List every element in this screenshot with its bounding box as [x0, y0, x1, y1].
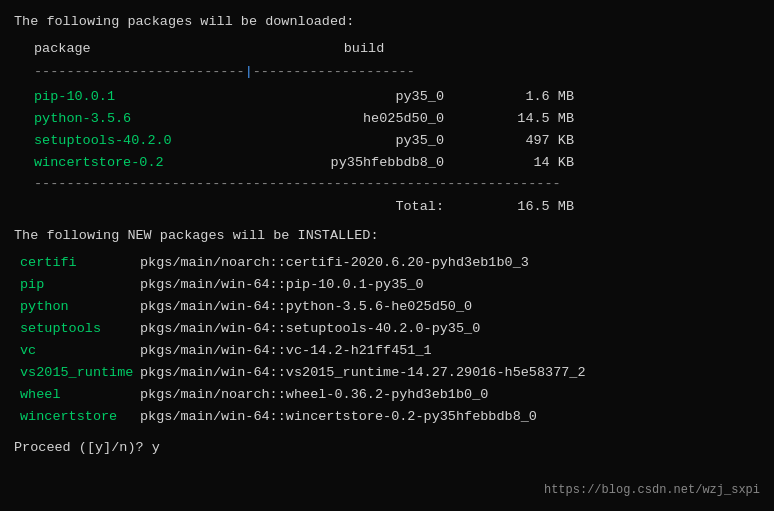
inst-pkg-path: pkgs/main/noarch::certifi-2020.6.20-pyhd… — [140, 253, 760, 274]
watermark: https://blog.csdn.net/wzj_sxpi — [544, 483, 760, 497]
inst-pkg-name: pip — [20, 275, 140, 296]
pkg-size: 1.6 MB — [474, 87, 574, 108]
inst-pkg-name: python — [20, 297, 140, 318]
list-item: setuptools pkgs/main/win-64::setuptools-… — [20, 319, 760, 340]
table-row: pip-10.0.1 py35_0 1.6 MB — [34, 87, 760, 108]
divider-bottom: ----------------------------------------… — [34, 174, 760, 195]
inst-pkg-name: vs2015_runtime — [20, 363, 140, 384]
table-row: python-3.5.6 he025d50_0 14.5 MB — [34, 109, 760, 130]
total-label: Total: — [34, 197, 474, 218]
dashes-bottom: ----------------------------------------… — [34, 174, 561, 195]
installed-table: certifi pkgs/main/noarch::certifi-2020.6… — [20, 253, 760, 427]
inst-pkg-name: setuptools — [20, 319, 140, 340]
download-header: The following packages will be downloade… — [14, 12, 760, 33]
list-item: python pkgs/main/win-64::python-3.5.6-he… — [20, 297, 760, 318]
download-table: package build --------------------------… — [34, 39, 760, 218]
proceed-answer: y — [152, 440, 160, 455]
table-header: package build — [34, 39, 760, 60]
pkg-build: py35_0 — [254, 87, 474, 108]
installed-header: The following NEW packages will be INSTA… — [14, 226, 760, 247]
terminal-content: The following packages will be downloade… — [14, 12, 760, 459]
pkg-name: python-3.5.6 — [34, 109, 254, 130]
proceed-prompt: Proceed ([y]/n)? — [14, 440, 144, 455]
dashes-left: -------------------------- — [34, 62, 245, 83]
inst-pkg-path: pkgs/main/win-64::wincertstore-0.2-py35h… — [140, 407, 760, 428]
inst-pkg-path: pkgs/main/win-64::pip-10.0.1-py35_0 — [140, 275, 760, 296]
divider-header: -------------------------- | -----------… — [34, 62, 760, 83]
inst-pkg-path: pkgs/main/win-64::python-3.5.6-he025d50_… — [140, 297, 760, 318]
proceed-line: Proceed ([y]/n)? y — [14, 438, 760, 459]
inst-pkg-path: pkgs/main/win-64::vc-14.2-h21ff451_1 — [140, 341, 760, 362]
inst-pkg-path: pkgs/main/win-64::setuptools-40.2.0-py35… — [140, 319, 760, 340]
pkg-size: 497 KB — [474, 131, 574, 152]
inst-pkg-name: wheel — [20, 385, 140, 406]
total-size: 16.5 MB — [474, 197, 574, 218]
col-build-header: build — [254, 39, 474, 60]
list-item: vc pkgs/main/win-64::vc-14.2-h21ff451_1 — [20, 341, 760, 362]
package-rows: pip-10.0.1 py35_0 1.6 MB python-3.5.6 he… — [34, 87, 760, 174]
list-item: certifi pkgs/main/noarch::certifi-2020.6… — [20, 253, 760, 274]
total-row: Total: 16.5 MB — [34, 197, 760, 218]
dashes-right: -------------------- — [253, 62, 415, 83]
inst-pkg-path: pkgs/main/win-64::vs2015_runtime-14.27.2… — [140, 363, 760, 384]
list-item: wheel pkgs/main/noarch::wheel-0.36.2-pyh… — [20, 385, 760, 406]
inst-pkg-name: certifi — [20, 253, 140, 274]
pkg-build: py35_0 — [254, 131, 474, 152]
list-item: vs2015_runtime pkgs/main/win-64::vs2015_… — [20, 363, 760, 384]
table-row: setuptools-40.2.0 py35_0 497 KB — [34, 131, 760, 152]
inst-pkg-name: wincertstore — [20, 407, 140, 428]
inst-pkg-path: pkgs/main/noarch::wheel-0.36.2-pyhd3eb1b… — [140, 385, 760, 406]
pkg-size: 14.5 MB — [474, 109, 574, 130]
pkg-build: he025d50_0 — [254, 109, 474, 130]
list-item: pip pkgs/main/win-64::pip-10.0.1-py35_0 — [20, 275, 760, 296]
pkg-build: py35hfebbdb8_0 — [254, 153, 474, 174]
pkg-size: 14 KB — [474, 153, 574, 174]
col-package-header: package — [34, 39, 254, 60]
pkg-name: setuptools-40.2.0 — [34, 131, 254, 152]
pkg-name: wincertstore-0.2 — [34, 153, 254, 174]
table-row: wincertstore-0.2 py35hfebbdb8_0 14 KB — [34, 153, 760, 174]
pkg-name: pip-10.0.1 — [34, 87, 254, 108]
list-item: wincertstore pkgs/main/win-64::wincertst… — [20, 407, 760, 428]
pipe-divider: | — [245, 62, 253, 83]
inst-pkg-name: vc — [20, 341, 140, 362]
